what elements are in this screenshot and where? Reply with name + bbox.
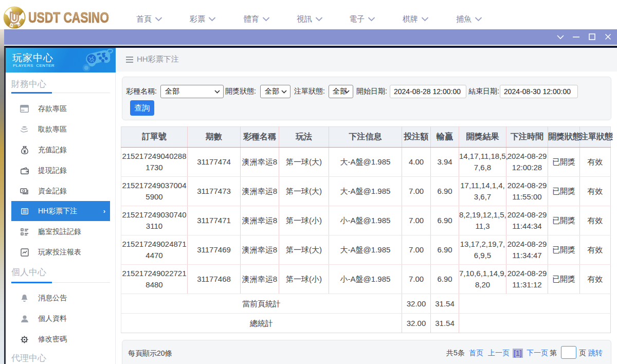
svg-text:CASINO: CASINO: [8, 24, 21, 27]
